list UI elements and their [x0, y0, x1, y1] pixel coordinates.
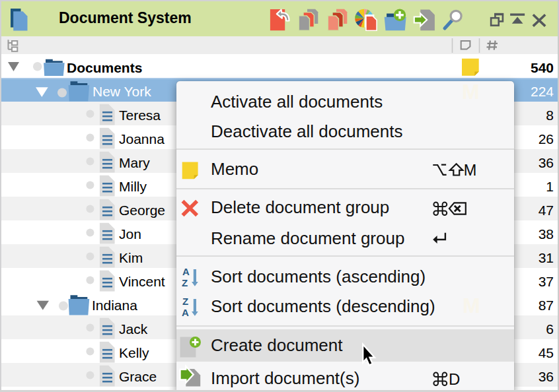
svg-text:Z: Z [182, 296, 188, 307]
svg-text:M: M [464, 162, 477, 179]
svg-text:D: D [449, 370, 460, 388]
svg-text:A: A [182, 307, 189, 318]
svg-text:A: A [182, 266, 190, 277]
svg-text:Z: Z [182, 277, 188, 288]
